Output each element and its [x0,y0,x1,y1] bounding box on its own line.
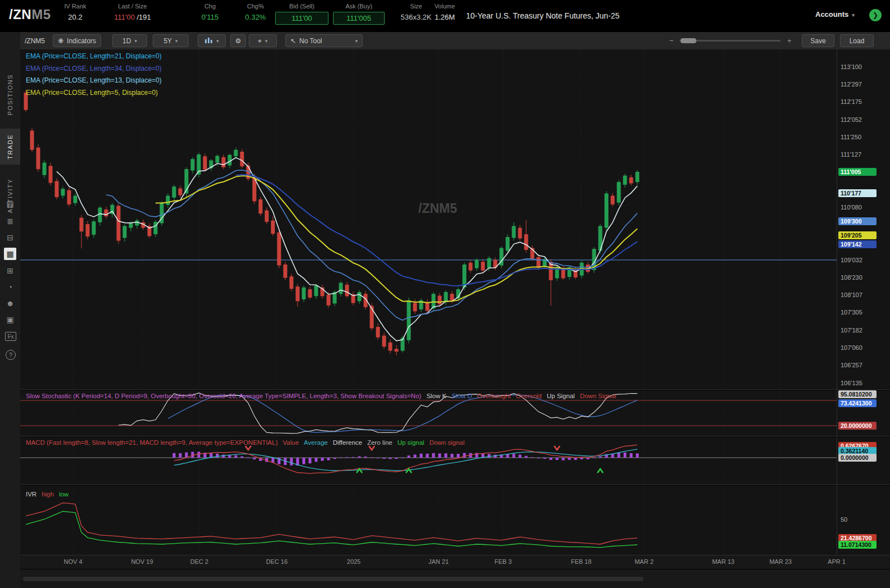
ema-study-label[interactable]: EMA (Price=CLOSE, Length=13, Displace=0) [26,75,162,87]
time-axis-label: 2025 [347,558,360,565]
legend-item: Value [283,439,299,446]
bid-field: Bid (Sell) 111'00 [275,3,328,25]
drawing-tool-dropdown[interactable]: ↖ No Tool ▾ [285,34,363,47]
legend-item: Oversold [516,393,542,399]
stochastic-badge: 73.4241300 [838,399,877,407]
symbol-suffix: M5 [31,7,51,22]
grid-icon[interactable]: ⊞ [4,265,16,277]
left-sidebar: POSITIONSTRADEACTIVITY▤≣⊟▦⊞◔☻▣Fx? [0,32,21,588]
price-axis-label: 111'250 [841,134,861,140]
accounts-menu[interactable]: Accounts▾ [815,10,855,19]
ivr-high-line [26,503,637,544]
scrollbar-handle[interactable] [23,577,643,581]
volume-field: Volume 1.26M [428,3,462,21]
chevron-down-icon: ▾ [265,38,268,44]
time-axis-label: DEC 16 [266,558,288,565]
time-axis-label: DEC 2 [190,558,208,565]
chg-pct-field: Chg% 0.32% [238,3,273,21]
price-axis-label: 108'230 [841,274,862,281]
chg-pct-value: 0.32% [238,13,273,21]
volume-label: Volume [428,3,462,10]
toolbar-symbol: /ZNM5 [25,37,45,45]
sidebar-tab-trade[interactable]: TRADE [0,129,20,165]
studies-icon: ❋ [58,37,63,45]
zoom-out-button[interactable]: − [669,37,674,45]
header: /ZNM5 IV Rank 20.2 Last / Size 111'00 /1… [0,0,890,32]
study-labels: EMA (Price=CLOSE, Length=21, Displace=0)… [26,51,162,99]
ema-21-line [156,176,637,303]
chg-label: Chg [194,3,226,10]
ema-study-label[interactable]: EMA (Price=CLOSE, Length=5, Displace=0) [26,87,162,99]
chevron-down-icon: ▾ [175,38,178,44]
legend-item: Overbought [477,393,511,399]
bid-button[interactable]: 111'00 [275,12,328,25]
price-axis[interactable]: 113'100112'297112'175112'052111'250111'1… [837,49,890,555]
price-axis-label: 112'297 [841,81,862,88]
legend-item: Down signal [430,439,465,446]
chart-region: EMA (Price=CLOSE, Length=21, Displace=0)… [20,49,890,555]
sidebar-tab-positions[interactable]: POSITIONS [0,67,20,123]
ivr-badge: 11.0714300 [838,541,877,549]
ema-34-line [236,175,637,286]
macd-legend[interactable]: MACD (Fast length=8, Slow length=21, MAC… [26,439,469,446]
crosshair-dropdown[interactable]: ⌖▾ [249,34,277,47]
calendar-icon[interactable]: ▣ [4,313,16,326]
chart-style-icon [204,37,213,44]
legend-item: Down Signal [580,393,617,399]
contract-title: 10-Year U.S. Treasury Note Futures, Jun-… [466,11,619,20]
sidebar-tab-activity[interactable]: ACTIVITY [0,170,20,222]
timeframe-dropdown[interactable]: 1D▾ [112,34,147,47]
time-axis-label: FEB 18 [571,558,592,565]
chart-icon[interactable]: ▦ [4,248,16,260]
chevron-down-icon: ▾ [216,38,219,44]
time-axis[interactable]: NOV 4NOV 19DEC 2DEC 162025JAN 21FEB 3FEB… [20,555,890,569]
chart-settings-button[interactable]: ⚙ [230,34,246,47]
save-button[interactable]: Save [802,34,834,47]
clock-icon[interactable]: ◔ [4,281,16,293]
bottom-scrollbar [20,569,890,588]
people-icon[interactable]: ☻ [4,297,16,309]
time-axis-label: JAN 21 [428,558,449,565]
price-axis-label: 107'060 [841,344,862,351]
legend-item: Difference [333,439,362,446]
range-dropdown[interactable]: 5Y▾ [153,34,189,47]
help-icon[interactable]: ? [6,350,16,360]
price-chart-canvas[interactable] [20,49,837,389]
zoom-slider[interactable] [679,40,781,42]
report-icon[interactable]: ▤ [4,198,16,210]
ema-study-label[interactable]: EMA (Price=CLOSE, Length=34, Displace=0) [26,63,162,75]
indicators-button[interactable]: ❋ Indicators [53,34,101,47]
ivr-panel-canvas[interactable] [20,486,837,555]
price-badge: 109'142 [838,240,877,248]
ivr-low-line [26,512,637,548]
ivr-axis-label: 50 [841,516,847,523]
crosshair-icon: ⌖ [258,37,262,45]
app-root: /ZNM5 IV Rank 20.2 Last / Size 111'00 /1… [0,0,890,588]
last-size-suffix: /191 [137,13,151,21]
down-signal-arrow [369,446,375,450]
fx-icon[interactable]: Fx [5,332,16,341]
support-icon[interactable]: ❯ [869,9,882,21]
time-axis-label: MAR 2 [635,558,654,565]
down-signal-arrow [245,446,251,450]
stochastic-legend[interactable]: Slow Stochastic (K Period=14, D Period=9… [26,393,621,399]
chart-style-dropdown[interactable]: ▾ [198,34,226,47]
zoom-slider-handle[interactable] [681,38,696,43]
stochastic-badge: 95.0810200 [838,390,877,398]
load-button[interactable]: Load [840,34,874,47]
monitor-icon[interactable]: ⊟ [4,231,16,244]
price-axis-label: 113'100 [841,63,862,70]
watchlist-icon[interactable]: ≣ [4,215,16,227]
pointer-icon: ↖ [290,37,296,45]
macd-badge: 0.0000000 [838,454,877,462]
ask-button[interactable]: 111'005 [333,12,385,25]
symbol-title: /ZNM5 [9,7,51,22]
price-axis-label: 109'032 [841,257,862,263]
down-signal-arrow [554,446,560,450]
ivr-legend[interactable]: IVRhighlow [26,491,74,498]
time-axis-label: NOV 19 [131,558,153,565]
zoom-in-button[interactable]: + [787,37,792,45]
ema-study-label[interactable]: EMA (Price=CLOSE, Length=21, Displace=0) [26,51,162,63]
legend-item: Up signal [398,439,425,446]
chart-toolbar: /ZNM5 ❋ Indicators 1D▾ 5Y▾ ▾ ⚙ ⌖▾ ↖ No T… [20,32,890,50]
